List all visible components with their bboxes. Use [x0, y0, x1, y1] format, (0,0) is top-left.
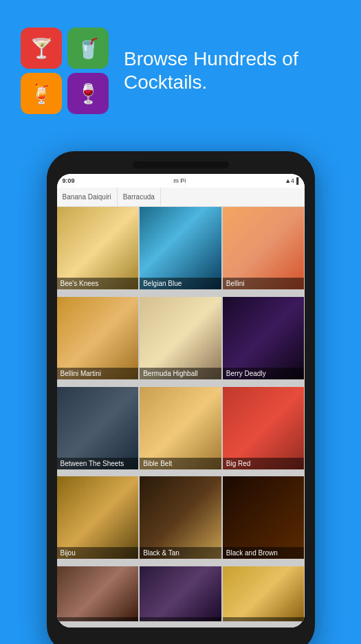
list-item[interactable] — [140, 566, 221, 621]
nav-tabs: Banana Daiquiri Barracuda — [57, 188, 305, 207]
list-item[interactable]: Bellini — [223, 207, 305, 289]
tropical-glass-icon: 🍹 — [30, 82, 54, 105]
cocktail-name — [57, 617, 139, 621]
header-title: Browse Hundreds of Cocktails. — [124, 47, 340, 93]
cocktail-name: Between The Sheets — [57, 458, 139, 469]
cocktail-name: Black & Tan — [140, 547, 221, 559]
header-section: 🍸 🥤 🍹 🍷 Browse Hundreds of Cocktails. — [0, 0, 361, 128]
phone-container: 9:09 m Pi ▲4▐ Banana Daiquiri Barracuda … — [47, 151, 315, 644]
cocktail-name: Bee's Knees — [57, 278, 139, 289]
list-item[interactable]: Bee's Knees — [57, 207, 139, 289]
martini-glass-icon: 🍸 — [30, 37, 54, 60]
wine-glass-icon: 🍷 — [76, 82, 100, 105]
list-item[interactable]: Bermuda Highball — [140, 297, 221, 379]
status-time: 9:09 — [63, 177, 75, 184]
tab-barracuda[interactable]: Barracuda — [118, 188, 161, 206]
icon-martini[interactable]: 🍸 — [21, 27, 62, 69]
status-bar: 9:09 m Pi ▲4▐ — [57, 174, 305, 188]
tab-banana-daiquiri[interactable]: Banana Daiquiri — [57, 188, 118, 206]
phone-notch — [133, 162, 229, 168]
list-item[interactable]: Bijou — [57, 476, 139, 559]
cocktail-name — [140, 617, 221, 621]
cocktail-name: Big Red — [223, 458, 305, 469]
app-icon-grid: 🍸 🥤 🍹 🍷 — [21, 27, 110, 114]
cocktail-name: Bellini — [223, 278, 305, 289]
list-item[interactable]: Berry Deadly — [223, 297, 305, 379]
list-item[interactable]: Black & Tan — [140, 476, 221, 559]
soda-glass-icon: 🥤 — [76, 37, 100, 60]
icon-wine[interactable]: 🍷 — [67, 73, 109, 114]
cocktail-name: Bible Belt — [140, 458, 221, 469]
cocktail-name: Bijou — [57, 547, 139, 559]
cocktail-name: Bermuda Highball — [140, 368, 221, 379]
list-item[interactable]: Bellini Martini — [57, 297, 139, 379]
cocktail-name: Belgian Blue — [140, 278, 221, 289]
icon-tropical[interactable]: 🍹 — [21, 73, 62, 114]
status-carrier: m Pi — [173, 177, 186, 184]
list-item[interactable]: Black and Brown — [223, 476, 305, 559]
icon-soda[interactable]: 🥤 — [67, 27, 109, 69]
phone-screen: 9:09 m Pi ▲4▐ Banana Daiquiri Barracuda … — [57, 174, 305, 628]
cocktail-name: Bellini Martini — [57, 368, 139, 379]
status-signal: ▲4▐ — [285, 177, 298, 184]
cocktail-name: Berry Deadly — [223, 368, 305, 379]
list-item[interactable]: Big Red — [223, 387, 305, 469]
cocktail-grid: Bee's Knees Belgian Blue Bellini Bellini… — [57, 207, 305, 628]
list-item[interactable]: Bible Belt — [140, 387, 221, 469]
list-item[interactable]: Between The Sheets — [57, 387, 139, 469]
list-item[interactable]: Belgian Blue — [140, 207, 221, 289]
cocktail-name: Black and Brown — [223, 547, 305, 559]
list-item[interactable] — [57, 566, 139, 621]
cocktail-name — [223, 617, 305, 621]
list-item[interactable] — [223, 566, 305, 621]
